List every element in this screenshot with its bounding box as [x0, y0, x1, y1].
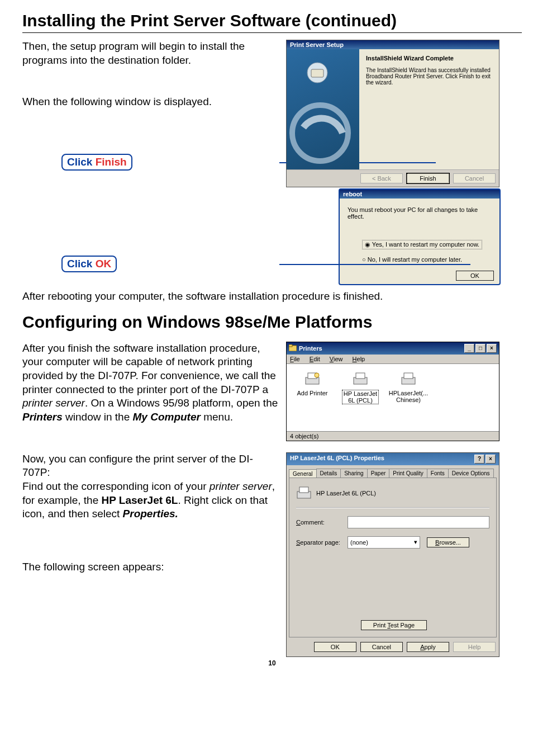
svg-rect-4 [289, 344, 292, 347]
callout-text: Click [67, 156, 96, 168]
minimize-button[interactable]: _ [464, 344, 474, 353]
svg-point-7 [315, 373, 319, 377]
printers-title-text: Printers [299, 345, 322, 352]
dropdown-value: (none) [350, 539, 368, 546]
tab-fonts[interactable]: Fonts [427, 469, 449, 478]
screen-appears-paragraph: The following screen appears: [22, 560, 279, 574]
reboot-titlebar: reboot [340, 190, 499, 199]
ok-button[interactable]: OK [314, 642, 356, 652]
tab-sharing[interactable]: Sharing [340, 469, 367, 478]
reboot-message: You must reboot your PC for all changes … [348, 206, 492, 220]
menubar: File Edit View Help [287, 355, 499, 364]
intro-paragraph-1: Then, the setup program will begin to in… [22, 40, 279, 67]
printer-hp-laserjet-6l[interactable]: HP LaserJet6L (PCL) [340, 370, 380, 404]
menu-edit[interactable]: Edit [310, 356, 320, 362]
radio-restart-later[interactable]: ○ No, I will restart my computer later. [362, 256, 492, 263]
svg-rect-1 [311, 69, 323, 77]
help-button[interactable]: ? [474, 455, 484, 464]
page-number: 10 [22, 659, 522, 667]
svg-rect-13 [299, 487, 308, 493]
icon-label: HP LaserJet [344, 390, 377, 397]
separator-label: Separator page: [296, 539, 343, 546]
apply-button[interactable]: Apply [407, 642, 449, 652]
reboot-dialog: reboot You must reboot your PC for all c… [339, 188, 501, 285]
back-button[interactable]: < Back [360, 173, 403, 183]
callout-highlight: Finish [96, 156, 127, 168]
icon-label: Add Printer [292, 390, 332, 396]
separator-dropdown[interactable]: (none) ▾ [348, 536, 420, 549]
installshield-wizard-window: Print Server Setup InstallShield Wizard … [286, 40, 499, 187]
comment-label: Comment: [296, 519, 343, 526]
menu-file[interactable]: File [290, 356, 300, 362]
icon-label: 6L (PCL) [348, 397, 373, 404]
add-printer-icon[interactable]: Add Printer [292, 370, 332, 396]
callout-text: Click [67, 258, 96, 270]
section-heading: Configuring on Windows 98se/Me Platforms [22, 313, 522, 332]
intro-paragraph-2: When the following window is displayed. [22, 95, 279, 109]
radio-selected-icon: ◉ [365, 241, 372, 248]
comment-field[interactable] [348, 516, 489, 528]
callout-click-finish: Click Finish [61, 154, 132, 171]
browse-button[interactable]: Browse... [427, 537, 469, 547]
radio-label: No, I will restart my computer later. [368, 256, 462, 263]
icon-label: HPLaserJet(... [389, 390, 428, 396]
printer-properties-dialog: HP LaserJet 6L (PCL) Properties ? × Gene… [286, 452, 499, 657]
menu-view[interactable]: View [330, 356, 343, 362]
print-test-page-button[interactable]: Print Test Page [361, 620, 427, 630]
menu-help[interactable]: Help [353, 356, 365, 362]
props-title-text: HP LaserJet 6L (PCL) Properties [290, 455, 384, 464]
svg-rect-9 [356, 373, 365, 379]
wizard-heading: InstallShield Wizard Complete [366, 55, 492, 62]
tab-details[interactable]: Details [316, 469, 341, 478]
printers-folder-icon [289, 344, 297, 352]
radio-restart-now[interactable]: ◉ Yes, I want to restart my computer now… [362, 240, 482, 249]
printer-icon [296, 485, 312, 502]
close-button[interactable]: × [486, 455, 496, 464]
radio-unselected-icon: ○ [362, 256, 368, 263]
cancel-button[interactable]: Cancel [360, 642, 403, 652]
cancel-button[interactable]: Cancel [453, 173, 496, 183]
printer-hp-laserjet-chinese[interactable]: HPLaserJet(...Chinese) [388, 370, 429, 403]
svg-rect-11 [404, 373, 413, 379]
icon-label: Chinese) [396, 396, 421, 403]
config-paragraph: After you finish the software installati… [22, 342, 279, 424]
tab-print-quality[interactable]: Print Quality [389, 469, 427, 478]
radio-label: Yes, I want to restart my computer now. [372, 241, 479, 248]
close-button[interactable]: × [487, 344, 497, 353]
help-button[interactable]: Help [453, 642, 496, 652]
finish-button[interactable]: Finish [407, 173, 449, 183]
wizard-titlebar: Print Server Setup [287, 40, 499, 49]
maximize-button[interactable]: □ [475, 344, 486, 353]
configure-paragraph: Now, you can configure the print server … [22, 452, 279, 521]
tab-strip: General Details Sharing Paper Print Qual… [287, 465, 499, 478]
wizard-text: The InstallShield Wizard has successfull… [366, 67, 491, 86]
callout-highlight: OK [96, 258, 112, 270]
after-reboot-paragraph: After rebooting your computer, the softw… [22, 290, 522, 304]
page-title: Installing the Print Server Software (co… [22, 11, 522, 33]
ok-button[interactable]: OK [456, 271, 494, 281]
wizard-banner [287, 49, 359, 169]
tab-device-options[interactable]: Device Options [448, 469, 494, 478]
tab-paper[interactable]: Paper [367, 469, 390, 478]
printer-name: HP LaserJet 6L (PCL) [316, 490, 376, 497]
tab-general[interactable]: General [289, 469, 317, 478]
chevron-down-icon: ▾ [414, 538, 417, 546]
status-bar: 4 object(s) [287, 431, 499, 441]
printers-window: Printers _ □ × File Edit View Help Add P… [286, 342, 499, 441]
callout-click-ok: Click OK [61, 256, 117, 272]
